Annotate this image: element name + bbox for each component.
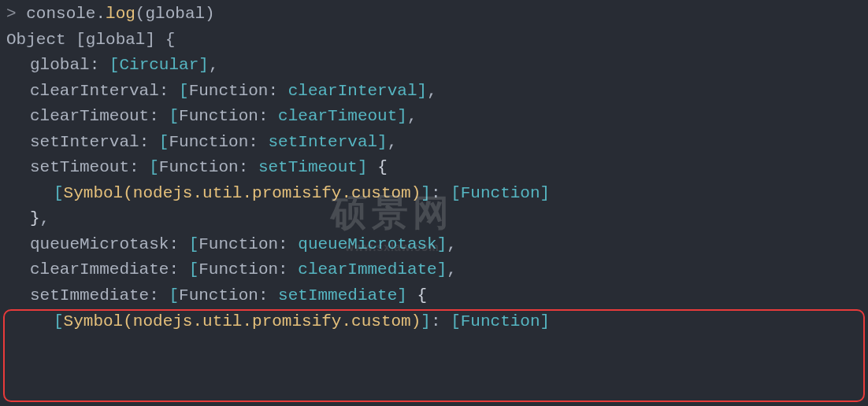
code-block: > console.log(global) Object [global] { …	[6, 2, 862, 334]
prop-clearimmediate: clearImmediate: [Function: clearImmediat…	[6, 257, 862, 283]
input-line: > console.log(global)	[6, 2, 862, 28]
prop-setimmediate-symbol: [Symbol(nodejs.util.promisify.custom)]: …	[6, 309, 862, 335]
prop-settimeout-close: },	[6, 206, 862, 232]
prop-queuemicrotask: queueMicrotask: [Function: queueMicrotas…	[6, 232, 862, 258]
prop-setimmediate: setImmediate: [Function: setImmediate] {	[6, 283, 862, 309]
object-header: Object [global] {	[6, 28, 862, 54]
prop-clearinterval: clearInterval: [Function: clearInterval]…	[6, 79, 862, 105]
prop-setinterval: setInterval: [Function: setInterval],	[6, 130, 862, 156]
prop-cleartimeout: clearTimeout: [Function: clearTimeout],	[6, 104, 862, 130]
prop-settimeout: setTimeout: [Function: setTimeout] {	[6, 155, 862, 181]
prop-global: global: [Circular],	[6, 53, 862, 79]
prop-settimeout-symbol: [Symbol(nodejs.util.promisify.custom)]: …	[6, 181, 862, 207]
prompt: >	[6, 5, 26, 23]
